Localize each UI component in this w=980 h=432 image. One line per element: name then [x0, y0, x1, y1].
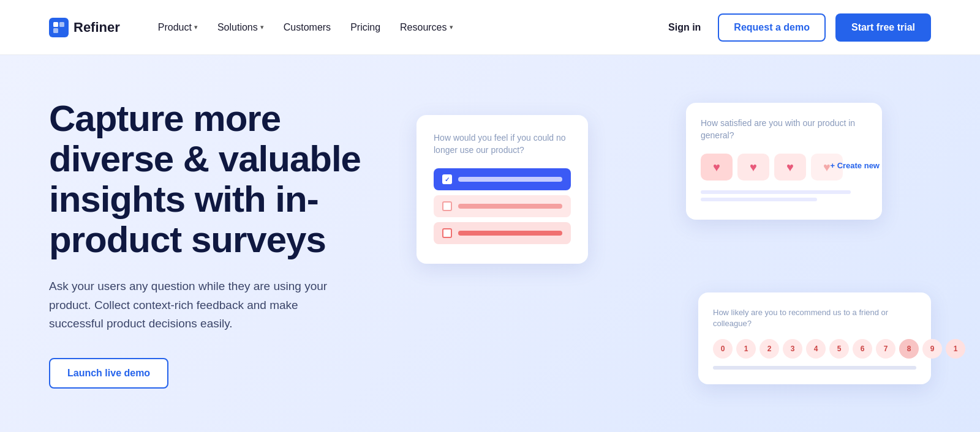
bar-pink1: [458, 204, 562, 209]
svg-rect-2: [53, 28, 58, 33]
heart-button-3[interactable]: ♥: [774, 154, 806, 181]
logo-icon: [49, 18, 69, 37]
nps-numbers: 0 1 2 3 4 5 6 7 8 9 1: [713, 339, 916, 359]
svg-rect-0: [53, 22, 58, 27]
rating-bar-1: [701, 190, 851, 194]
card1-option-2[interactable]: [434, 195, 571, 217]
nav-actions: Sign in Request a demo Start free trial: [661, 13, 931, 42]
nav-product[interactable]: Product ▾: [149, 17, 206, 38]
card1-option-3[interactable]: [434, 222, 571, 244]
survey-card-pmf: How would you feel if you could no longe…: [417, 115, 588, 264]
card1-option-1[interactable]: ✓: [434, 168, 571, 190]
hearts-row: ♥ ♥ ♥ ♥ + Create new: [701, 154, 867, 181]
heart-button-1[interactable]: ♥: [701, 154, 733, 181]
heart-button-2[interactable]: ♥: [737, 154, 769, 181]
svg-rect-1: [59, 22, 64, 27]
bar-pink2: [458, 231, 562, 236]
rating-bar-2: [701, 198, 817, 201]
start-trial-button[interactable]: Start free trial: [835, 13, 931, 42]
chevron-down-icon: ▾: [260, 23, 264, 31]
rating-bars: [701, 190, 867, 201]
survey-card-nps: How likely are you to recommend us to a …: [698, 292, 931, 384]
nps-3[interactable]: 3: [783, 339, 802, 359]
bar-blue: [458, 177, 562, 182]
card1-question: How would you feel if you could no longe…: [434, 132, 571, 156]
navbar: Refiner Product ▾ Solutions ▾ Customers …: [0, 0, 980, 55]
nps-7[interactable]: 7: [876, 339, 895, 359]
nps-9[interactable]: 9: [922, 339, 942, 359]
card3-question: How likely are you to recommend us to a …: [713, 307, 916, 329]
checkbox-checked: ✓: [442, 174, 452, 184]
nav-links: Product ▾ Solutions ▾ Customers Pricing …: [149, 17, 661, 38]
hero-subtitle: Ask your users any question while they a…: [49, 277, 343, 333]
nps-6[interactable]: 6: [853, 339, 872, 359]
hero-visuals: How would you feel if you could no longe…: [417, 103, 931, 384]
hero-content: Capture more diverse & valuable insights…: [49, 99, 392, 388]
nav-solutions[interactable]: Solutions ▾: [209, 17, 273, 38]
nps-4[interactable]: 4: [806, 339, 826, 359]
nav-resources[interactable]: Resources ▾: [391, 17, 461, 38]
nps-bar: [713, 366, 916, 370]
create-new-label[interactable]: + Create new: [830, 161, 880, 170]
logo-text: Refiner: [74, 20, 120, 35]
card2-question: How satisfied are you with our product i…: [701, 117, 867, 141]
nps-2[interactable]: 2: [760, 339, 779, 359]
survey-card-rating: How satisfied are you with our product i…: [686, 103, 882, 220]
launch-demo-button[interactable]: Launch live demo: [49, 358, 168, 389]
signin-button[interactable]: Sign in: [661, 17, 708, 38]
hero-section: Capture more diverse & valuable insights…: [0, 55, 980, 432]
logo-link[interactable]: Refiner: [49, 18, 120, 37]
request-demo-button[interactable]: Request a demo: [718, 13, 826, 42]
hero-title: Capture more diverse & valuable insights…: [49, 99, 392, 260]
nps-8[interactable]: 8: [899, 339, 919, 359]
nav-pricing[interactable]: Pricing: [342, 17, 389, 38]
nps-0[interactable]: 0: [713, 339, 733, 359]
checkbox-unchecked: [442, 228, 452, 238]
chevron-down-icon: ▾: [450, 23, 453, 31]
chevron-down-icon: ▾: [194, 23, 198, 31]
nps-1[interactable]: 1: [736, 339, 756, 359]
nps-5[interactable]: 5: [829, 339, 849, 359]
nps-10[interactable]: 1: [946, 339, 965, 359]
nav-customers[interactable]: Customers: [275, 17, 339, 38]
checkbox-unchecked: [442, 201, 452, 211]
